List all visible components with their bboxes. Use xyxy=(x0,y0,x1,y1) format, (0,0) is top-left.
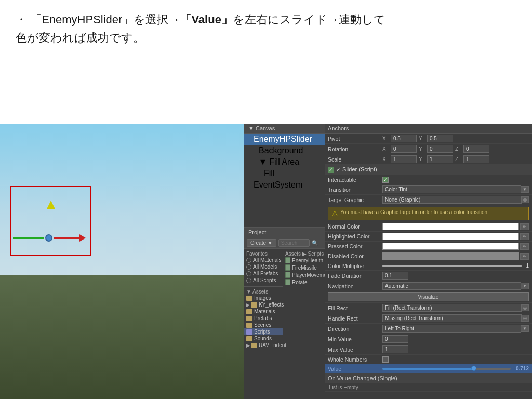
scale-z-input[interactable] xyxy=(463,155,489,163)
z-label: Z xyxy=(455,156,461,162)
folder-icon xyxy=(246,316,252,321)
fav-all-prefabs[interactable]: All Prefabs xyxy=(244,270,283,277)
script-label: Rotate xyxy=(292,280,307,285)
main-content: ▼ Canvas EnemyHPSlider Background ▼ Fill… xyxy=(0,124,532,399)
normal-color-swatch[interactable] xyxy=(382,223,519,230)
folder-icon xyxy=(251,343,257,348)
highlighted-color-button[interactable]: ✏ xyxy=(520,233,529,240)
fill-rect-btn[interactable]: ◎ xyxy=(521,304,529,311)
assets-column: Assets ▶ Scripts EnemyHealth FireMissile… xyxy=(283,249,325,397)
create-button[interactable]: Create ▼ xyxy=(247,239,276,247)
script-enemyhealth[interactable]: EnemyHealth xyxy=(283,257,325,264)
value-handle[interactable] xyxy=(471,366,476,371)
pressed-color-row: Pressed Color ✏ xyxy=(325,242,532,251)
asset-images[interactable]: Images xyxy=(244,295,283,301)
whole-numbers-checkbox[interactable] xyxy=(382,356,389,363)
hierarchy-item-fillarea[interactable]: ▼ Fill Area xyxy=(244,156,325,168)
interactable-label: Interactable xyxy=(328,177,382,183)
transition-arrow[interactable]: ▼ xyxy=(521,186,529,193)
asset-materials[interactable]: Materials xyxy=(244,308,283,315)
pressed-color-button[interactable]: ✏ xyxy=(520,243,529,250)
fav-all-models[interactable]: All Models xyxy=(244,263,283,270)
handle-rect-row: Handle Rect Missing (Rect Transform) ◎ xyxy=(325,313,532,324)
hierarchy-item-background[interactable]: Background xyxy=(244,145,325,156)
asset-uav-trident[interactable]: ▶ UAV Trident xyxy=(244,342,283,349)
fav-all-scripts[interactable]: All Scripts xyxy=(244,277,283,284)
value-track[interactable] xyxy=(382,368,511,370)
x-label: X xyxy=(382,136,389,141)
pivot-xyz: X Y xyxy=(382,135,529,142)
min-value-row: Min Value xyxy=(325,334,532,344)
folder-label: Images xyxy=(254,295,271,301)
script-label: FireMissile xyxy=(292,265,317,271)
disabled-color-button[interactable]: ✏ xyxy=(520,253,529,260)
scale-y-input[interactable] xyxy=(427,155,453,163)
color-multiplier-label: Color Multiplier xyxy=(328,263,382,269)
hierarchy-header: ▼ Canvas xyxy=(244,124,325,134)
asset-ky-effects[interactable]: ▶ KY_effects xyxy=(244,301,283,308)
direction-label: Direction xyxy=(328,326,382,332)
project-content: Favorites All Materials All Models All P… xyxy=(244,249,325,397)
navigation-value: Automatic xyxy=(382,282,521,290)
hierarchy-item-fill[interactable]: Fill xyxy=(244,168,325,179)
highlighted-color-label: Highlighted Color xyxy=(328,233,382,240)
rot-x-input[interactable] xyxy=(391,145,417,153)
normal-color-button[interactable]: ✏ xyxy=(520,223,529,230)
instruction-line2: 色が変われば成功です。 xyxy=(16,31,144,44)
interactable-checkbox[interactable]: ✓ xyxy=(382,177,389,183)
favorites-column: Favorites All Materials All Models All P… xyxy=(244,249,283,397)
fav-all-materials[interactable]: All Materials xyxy=(244,257,283,263)
target-graphic-arrow[interactable]: ◎ xyxy=(521,196,529,203)
rot-z-input[interactable] xyxy=(463,145,489,153)
script-label: PlayerMovement xyxy=(292,272,325,278)
pivot-x-input[interactable] xyxy=(391,135,417,142)
transition-label: Transition xyxy=(328,187,382,193)
asset-scripts[interactable]: Scripts xyxy=(244,328,283,335)
search-input[interactable] xyxy=(278,239,310,247)
anchors-header: Anchors xyxy=(325,124,532,134)
hierarchy-item-eventsystem[interactable]: EventSystem xyxy=(244,179,325,191)
rot-y-input[interactable] xyxy=(427,145,453,153)
slider-script-header: ✓ ✓ Slider (Script) xyxy=(325,165,532,175)
script-firemissile[interactable]: FireMissile xyxy=(283,264,325,271)
target-graphic-dropdown: None (Graphic) ◎ xyxy=(382,196,529,204)
asset-scenes[interactable]: Scenes xyxy=(244,322,283,328)
pressed-color-label: Pressed Color xyxy=(328,243,382,249)
min-value-input[interactable] xyxy=(382,335,408,343)
arrow-icon: ▶ xyxy=(246,302,250,308)
disabled-color-swatch[interactable] xyxy=(382,252,519,260)
folder-label: Scenes xyxy=(254,322,271,328)
fade-duration-input[interactable] xyxy=(382,272,408,280)
game-selection-box xyxy=(10,186,91,256)
fade-duration-row: Fade Duration xyxy=(325,271,532,281)
target-graphic-label: Target Graphic xyxy=(328,197,382,203)
handle-rect-btn[interactable]: ◎ xyxy=(521,315,529,322)
y-label: Y xyxy=(419,146,425,152)
slider-left-track xyxy=(13,237,44,239)
disabled-color-row: Disabled Color ✏ xyxy=(325,251,532,261)
transition-dropdown: Color Tint ▼ xyxy=(382,185,529,193)
asset-sounds[interactable]: Sounds xyxy=(244,335,283,342)
folder-label: Sounds xyxy=(254,336,272,341)
pivot-y-input[interactable] xyxy=(427,135,453,142)
rotation-label: Rotation xyxy=(328,146,382,152)
fav-label: All Scripts xyxy=(253,277,276,283)
game-indicator-triangle xyxy=(47,201,55,209)
fade-duration-label: Fade Duration xyxy=(328,273,382,279)
value-number: 0.712 xyxy=(516,366,529,371)
pressed-color-swatch[interactable] xyxy=(382,243,519,250)
max-value-input[interactable] xyxy=(382,345,408,353)
hierarchy-item-enemyhpslider[interactable]: EnemyHPSlider xyxy=(244,134,325,145)
direction-arrow[interactable]: ▼ xyxy=(521,325,529,332)
asset-prefabs[interactable]: Prefabs xyxy=(244,315,283,322)
inspector-panel: Anchors Pivot X Y Rotation X Y xyxy=(325,124,532,399)
folder-icon xyxy=(246,296,252,301)
script-rotate[interactable]: Rotate xyxy=(283,278,325,286)
scale-x-input[interactable] xyxy=(391,155,417,163)
folder-circle-icon xyxy=(246,278,251,283)
highlighted-color-swatch[interactable] xyxy=(382,233,519,240)
script-label: EnemyHealth xyxy=(292,258,323,263)
script-playermovement[interactable]: PlayerMovement xyxy=(283,271,325,278)
navigation-arrow[interactable]: ▼ xyxy=(521,283,529,289)
visualize-button[interactable]: Visualize xyxy=(328,292,529,301)
